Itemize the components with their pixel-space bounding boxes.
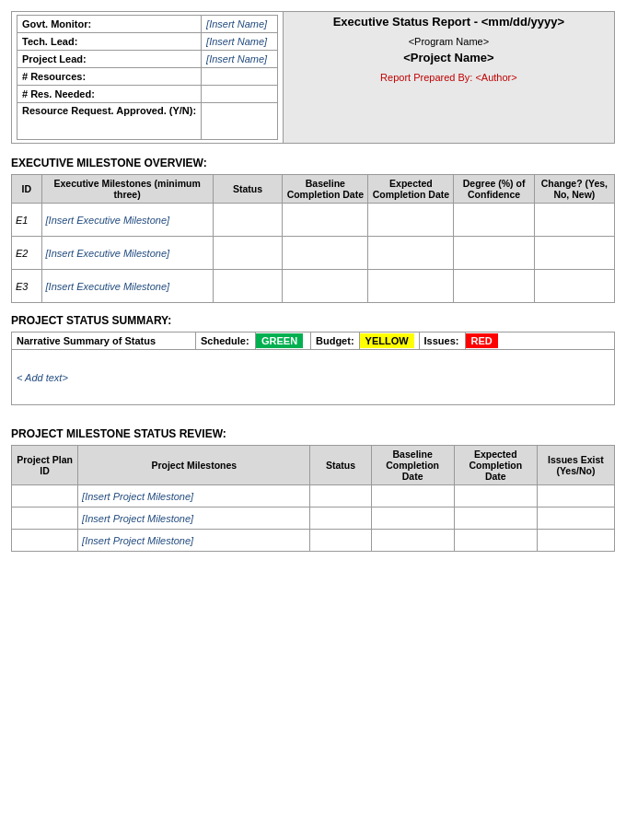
budget-badge[interactable]: YELLOW bbox=[360, 333, 414, 348]
col-status: Status bbox=[213, 175, 283, 204]
narrative-text[interactable]: < Add text> bbox=[12, 350, 615, 405]
pmr-row: [Insert Project Milestone] bbox=[12, 530, 615, 552]
pmr-baseline[interactable] bbox=[371, 530, 454, 552]
project-lead-label: Project Lead: bbox=[17, 51, 202, 68]
milestone-baseline[interactable] bbox=[283, 204, 368, 237]
pmr-baseline[interactable] bbox=[371, 485, 454, 508]
col-milestones: Executive Milestones (minimum three) bbox=[41, 175, 213, 204]
schedule-badge[interactable]: GREEN bbox=[256, 333, 303, 348]
res-needed-label: # Res. Needed: bbox=[17, 86, 202, 103]
budget-badge-cell: YELLOW bbox=[359, 332, 419, 350]
pmr-milestone-text[interactable]: [Insert Project Milestone] bbox=[78, 485, 310, 508]
issues-label: Issues: bbox=[419, 332, 465, 350]
milestone-baseline[interactable] bbox=[283, 237, 368, 270]
milestone-expected[interactable] bbox=[368, 270, 454, 303]
project-lead-value[interactable]: [Insert Name] bbox=[202, 51, 278, 68]
status-summary-table: Narrative Summary of Status Schedule: GR… bbox=[11, 332, 615, 405]
issues-badge-cell: RED bbox=[465, 332, 614, 350]
pmr-id[interactable] bbox=[12, 485, 78, 508]
pmr-issues[interactable] bbox=[537, 508, 614, 530]
milestone-review-title: PROJECT MILESTONE STATUS REVIEW: bbox=[11, 427, 615, 440]
milestone-change[interactable] bbox=[534, 204, 614, 237]
tech-lead-value[interactable]: [Insert Name] bbox=[202, 33, 278, 51]
milestone-status[interactable] bbox=[213, 204, 283, 237]
schedule-badge-cell: GREEN bbox=[256, 332, 311, 350]
milestone-overview-table: ID Executive Milestones (minimum three) … bbox=[11, 174, 615, 303]
col-degree: Degree (%) of Confidence bbox=[454, 175, 534, 204]
milestone-review-table: Project Plan ID Project Milestones Statu… bbox=[11, 445, 615, 552]
milestone-id: E3 bbox=[12, 270, 42, 303]
report-prepared[interactable]: Report Prepared By: <Author> bbox=[288, 72, 609, 83]
header-right-panel: Executive Status Report - <mm/dd/yyyy> <… bbox=[283, 12, 614, 144]
pmr-milestone-text[interactable]: [Insert Project Milestone] bbox=[78, 530, 310, 552]
milestone-degree[interactable] bbox=[454, 270, 534, 303]
milestone-text[interactable]: [Insert Executive Milestone] bbox=[41, 204, 213, 237]
pmr-row: [Insert Project Milestone] bbox=[12, 485, 615, 508]
pmr-issues[interactable] bbox=[537, 530, 614, 552]
pmr-status[interactable] bbox=[310, 508, 371, 530]
pmr-expected[interactable] bbox=[454, 530, 537, 552]
budget-label: Budget: bbox=[311, 332, 360, 350]
program-name[interactable]: <Program Name> bbox=[288, 36, 609, 47]
pmr-expected[interactable] bbox=[454, 508, 537, 530]
res-needed-value[interactable] bbox=[202, 86, 278, 103]
govt-monitor-label: Govt. Monitor: bbox=[17, 16, 202, 33]
pmr-row: [Insert Project Milestone] bbox=[12, 508, 615, 530]
pmr-baseline[interactable] bbox=[371, 508, 454, 530]
milestone-row: E2 [Insert Executive Milestone] bbox=[12, 237, 615, 270]
milestone-status[interactable] bbox=[213, 237, 283, 270]
project-status-title: PROJECT STATUS SUMMARY: bbox=[11, 314, 615, 327]
milestone-baseline[interactable] bbox=[283, 270, 368, 303]
project-name[interactable]: <Project Name> bbox=[288, 51, 609, 64]
milestone-overview-title: EXECUTIVE MILESTONE OVERVIEW: bbox=[11, 157, 615, 169]
milestone-status[interactable] bbox=[213, 270, 283, 303]
pmr-status[interactable] bbox=[310, 530, 371, 552]
pmr-id[interactable] bbox=[12, 508, 78, 530]
col-expected: Expected Completion Date bbox=[368, 175, 454, 204]
pmr-col-milestones: Project Milestones bbox=[78, 446, 310, 485]
pmr-col-status: Status bbox=[310, 446, 371, 485]
milestone-degree[interactable] bbox=[454, 204, 534, 237]
pmr-milestone-text[interactable]: [Insert Project Milestone] bbox=[78, 508, 310, 530]
schedule-label: Schedule: bbox=[196, 332, 256, 350]
pmr-expected[interactable] bbox=[454, 485, 537, 508]
resource-request-label: Resource Request. Approved. (Y/N): bbox=[17, 103, 202, 140]
pmr-col-expected: Expected Completion Date bbox=[454, 446, 537, 485]
milestone-text[interactable]: [Insert Executive Milestone] bbox=[41, 270, 213, 303]
resources-label: # Resources: bbox=[17, 68, 202, 86]
pmr-col-id: Project Plan ID bbox=[12, 446, 78, 485]
col-id: ID bbox=[12, 175, 42, 204]
narrative-label: Narrative Summary of Status bbox=[12, 332, 196, 350]
pmr-issues[interactable] bbox=[537, 485, 614, 508]
resource-request-value[interactable] bbox=[202, 103, 278, 140]
resources-value[interactable] bbox=[202, 68, 278, 86]
tech-lead-label: Tech. Lead: bbox=[17, 33, 202, 51]
milestone-text[interactable]: [Insert Executive Milestone] bbox=[41, 237, 213, 270]
milestone-expected[interactable] bbox=[368, 204, 454, 237]
milestone-id: E2 bbox=[12, 237, 42, 270]
col-baseline: Baseline Completion Date bbox=[283, 175, 368, 204]
pmr-col-baseline: Baseline Completion Date bbox=[371, 446, 454, 485]
milestone-row: E1 [Insert Executive Milestone] bbox=[12, 204, 615, 237]
milestone-degree[interactable] bbox=[454, 237, 534, 270]
pmr-status[interactable] bbox=[310, 485, 371, 508]
header-table: Govt. Monitor: [Insert Name] Tech. Lead:… bbox=[11, 11, 615, 144]
pmr-id[interactable] bbox=[12, 530, 78, 552]
milestone-change[interactable] bbox=[534, 237, 614, 270]
col-change: Change? (Yes, No, New) bbox=[534, 175, 614, 204]
pmr-col-issues: Issues Exist (Yes/No) bbox=[537, 446, 614, 485]
report-title: Executive Status Report - <mm/dd/yyyy> bbox=[288, 15, 609, 29]
milestone-change[interactable] bbox=[534, 270, 614, 303]
milestone-id: E1 bbox=[12, 204, 42, 237]
issues-badge[interactable]: RED bbox=[466, 333, 498, 348]
milestone-expected[interactable] bbox=[368, 237, 454, 270]
milestone-row: E3 [Insert Executive Milestone] bbox=[12, 270, 615, 303]
govt-monitor-value[interactable]: [Insert Name] bbox=[202, 16, 278, 33]
